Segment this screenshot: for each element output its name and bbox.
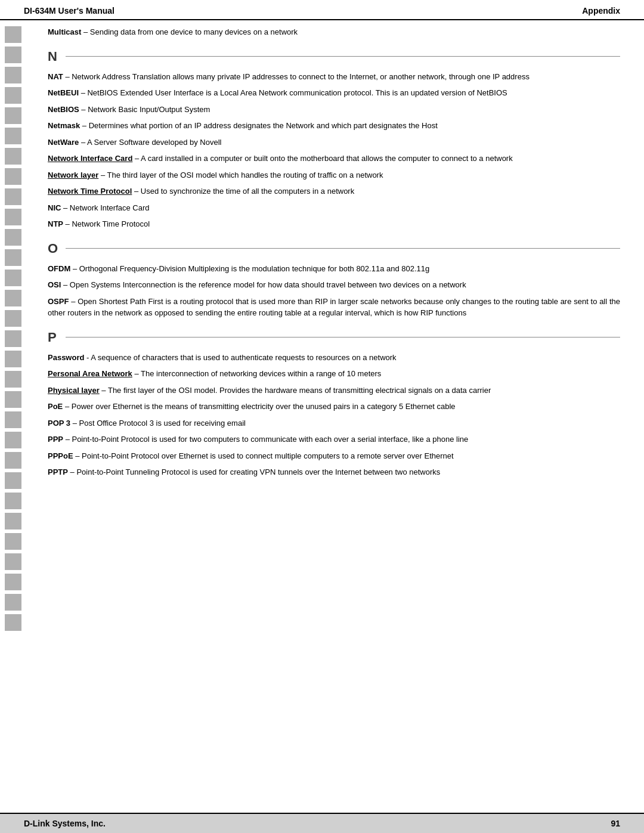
definition-poe: PoE – Power over Ethernet is the means o…	[48, 401, 620, 413]
content-area: Multicast – Sending data from one device…	[0, 20, 644, 813]
sidebar-square	[5, 270, 21, 286]
def-nat: – Network Address Translation allows man…	[63, 72, 530, 81]
definition-netbeui: NetBEUI – NetBIOS Extended User Interfac…	[48, 87, 620, 99]
term-poe: PoE	[48, 402, 63, 411]
term-pan: Personal Area Network	[48, 369, 132, 378]
def-netmask: – Determines what portion of an IP addre…	[80, 121, 438, 130]
sidebar-square	[5, 128, 21, 144]
definition-osi: OSI – Open Systems Interconnection is th…	[48, 279, 620, 291]
term-netbeui: NetBEUI	[48, 88, 79, 97]
sidebar-square	[5, 472, 21, 489]
definition-ppp: PPP – Point-to-Point Protocol is used fo…	[48, 433, 620, 445]
definition-pptp: PPTP – Point-to-Point Tunneling Protocol…	[48, 466, 620, 478]
section-n-letter: N	[48, 47, 60, 66]
definition-pan: Personal Area Network – The interconnect…	[48, 368, 620, 380]
def-nic-abbr: – Network Interface Card	[61, 203, 149, 212]
def-pop3: – Post Office Protocol 3 is used for rec…	[70, 419, 246, 428]
section-n-header: N	[48, 47, 620, 66]
def-poe: – Power over Ethernet is the means of tr…	[63, 402, 455, 411]
term-pop3: POP 3	[48, 419, 70, 428]
definition-ofdm: OFDM – Orthogonal Frequency-Division Mul…	[48, 263, 620, 275]
term-multicast: Multicast	[48, 27, 81, 36]
definition-physical-layer: Physical layer – The first layer of the …	[48, 385, 620, 397]
def-pptp: – Point-to-Point Tunneling Protocol is u…	[68, 467, 440, 476]
def-ntp-abbr: – Network Time Protocol	[63, 219, 150, 228]
term-ntp-full: Network Time Protocol	[48, 187, 132, 196]
term-netware: NetWare	[48, 138, 79, 147]
term-ofdm: OFDM	[48, 264, 70, 273]
definition-netmask: Netmask – Determines what portion of an …	[48, 120, 620, 132]
sidebar	[0, 20, 48, 813]
definition-ntp-full: Network Time Protocol – Used to synchron…	[48, 185, 620, 197]
def-password: - A sequence of characters that is used …	[84, 353, 396, 362]
sidebar-square	[5, 107, 21, 124]
header-title-left: DI-634M User's Manual	[24, 6, 114, 16]
definition-nic-abbr: NIC – Network Interface Card	[48, 202, 620, 214]
term-pppoe: PPPoE	[48, 451, 73, 460]
def-osi: – Open Systems Interconnection is the re…	[61, 280, 466, 289]
page-header: DI-634M User's Manual Appendix	[0, 0, 644, 20]
term-password: Password	[48, 353, 84, 362]
term-netbios: NetBIOS	[48, 105, 79, 114]
def-netbeui: – NetBIOS Extended User Interface is a L…	[79, 88, 507, 97]
sidebar-square	[5, 614, 21, 631]
term-ntp-abbr: NTP	[48, 219, 63, 228]
sidebar-square	[5, 513, 21, 529]
def-pan: – The interconnection of networking devi…	[132, 369, 381, 378]
definition-netware: NetWare – A Server Software developed by…	[48, 137, 620, 148]
section-o-letter: O	[48, 239, 60, 258]
def-netbios: – Network Basic Input/Output System	[79, 105, 210, 114]
main-content: Multicast – Sending data from one device…	[48, 20, 644, 813]
term-osi: OSI	[48, 280, 61, 289]
sidebar-square	[5, 574, 21, 590]
def-ofdm: – Orthogonal Frequency-Division Multiple…	[70, 264, 429, 273]
sidebar-square	[5, 351, 21, 367]
page-container: DI-634M User's Manual Appendix Multicast…	[0, 0, 644, 833]
sidebar-square	[5, 229, 21, 246]
term-ppp: PPP	[48, 435, 63, 444]
definition-password: Password - A sequence of characters that…	[48, 352, 620, 364]
section-p-header: P	[48, 327, 620, 347]
section-o-header: O	[48, 239, 620, 258]
def-ppp: – Point-to-Point Protocol is used for tw…	[63, 435, 468, 444]
term-ospf: OSPF	[48, 297, 69, 306]
term-nat: NAT	[48, 72, 63, 81]
term-network-layer: Network layer	[48, 171, 98, 179]
sidebar-square	[5, 168, 21, 185]
def-ntp-full: – Used to synchronize the time of all th…	[132, 187, 354, 196]
def-multicast: – Sending data from one device to many d…	[81, 27, 298, 36]
def-pppoe: – Point-to-Point Protocol over Ethernet …	[73, 451, 454, 460]
sidebar-square	[5, 594, 21, 611]
def-network-layer: – The third layer of the OSI model which…	[98, 171, 383, 179]
sidebar-square	[5, 533, 21, 550]
section-o-line	[66, 248, 620, 249]
sidebar-square	[5, 553, 21, 570]
term-nic-abbr: NIC	[48, 203, 61, 212]
sidebar-square	[5, 47, 21, 63]
section-n-line	[66, 56, 620, 57]
def-nic: – A card installed in a computer or buil…	[132, 154, 512, 163]
definition-pop3: POP 3 – Post Office Protocol 3 is used f…	[48, 417, 620, 429]
section-p-line	[66, 337, 620, 337]
header-title-right: Appendix	[582, 6, 620, 16]
definition-network-layer: Network layer – The third layer of the O…	[48, 169, 620, 181]
definition-multicast: Multicast – Sending data from one device…	[48, 26, 620, 38]
sidebar-square	[5, 310, 21, 327]
definition-netbios: NetBIOS – Network Basic Input/Output Sys…	[48, 104, 620, 116]
term-physical-layer: Physical layer	[48, 386, 100, 395]
sidebar-square	[5, 148, 21, 165]
sidebar-square	[5, 391, 21, 408]
definition-ntp-abbr: NTP – Network Time Protocol	[48, 218, 620, 230]
definition-pppoe: PPPoE – Point-to-Point Protocol over Eth…	[48, 450, 620, 462]
definition-nat: NAT – Network Address Translation allows…	[48, 71, 620, 83]
def-netware: – A Server Software developed by Novell	[79, 138, 221, 147]
sidebar-square	[5, 188, 21, 205]
sidebar-square	[5, 290, 21, 306]
sidebar-square	[5, 26, 21, 43]
term-netmask: Netmask	[48, 121, 80, 130]
sidebar-square	[5, 330, 21, 347]
sidebar-square	[5, 493, 21, 509]
sidebar-square	[5, 209, 21, 225]
sidebar-square	[5, 67, 21, 83]
page-footer: D-Link Systems, Inc. 91	[0, 813, 644, 833]
